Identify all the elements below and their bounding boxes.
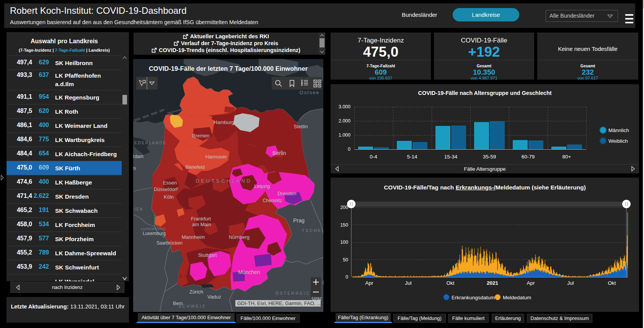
svg-text:Dresden: Dresden: [277, 191, 296, 196]
svg-text:Jul: Jul: [567, 280, 574, 286]
svg-text:Prag: Prag: [293, 217, 305, 224]
svg-text:150: 150: [340, 222, 348, 228]
svg-text:3.000: 3.000: [339, 104, 351, 109]
svg-text:GIEN: GIEN: [133, 207, 143, 211]
svg-text:TSCHEC: TSCHEC: [302, 228, 323, 233]
svg-text:Berlin: Berlin: [272, 150, 286, 156]
svg-text:Stettin: Stettin: [294, 124, 308, 129]
svg-text:Okt: Okt: [608, 280, 616, 286]
svg-text:Männlich: Männlich: [608, 127, 629, 133]
svg-text:Frankfurt: Frankfurt: [191, 216, 211, 222]
svg-text:5-14: 5-14: [407, 154, 417, 160]
svg-text:Apr: Apr: [365, 280, 373, 286]
svg-text:Bielefeld: Bielefeld: [186, 164, 205, 170]
svg-text:Okt: Okt: [446, 280, 454, 286]
svg-text:80+: 80+: [562, 154, 571, 160]
svg-text:Hannover: Hannover: [205, 154, 227, 160]
svg-text:erdam: erdam: [133, 154, 143, 159]
svg-text:Apr: Apr: [527, 280, 535, 286]
svg-text:Ostsee: Ostsee: [299, 90, 320, 95]
svg-text:100: 100: [340, 240, 348, 245]
svg-text:Zürich: Zürich: [189, 289, 203, 295]
svg-text:15-34: 15-34: [444, 154, 458, 160]
svg-text:ÖSTERREIC: ÖSTERREIC: [275, 291, 310, 295]
svg-text:50: 50: [343, 257, 348, 263]
svg-text:2.000: 2.000: [339, 118, 351, 124]
svg-text:Köln: Köln: [164, 194, 174, 200]
svg-text:1.000: 1.000: [339, 132, 351, 138]
svg-text:Stuttgart: Stuttgart: [198, 252, 217, 258]
svg-text:Jul: Jul: [405, 280, 411, 286]
svg-text:35-59: 35-59: [483, 154, 496, 160]
svg-text:GDI-TH, Esri, HERE, Garmin, FA: GDI-TH, Esri, HERE, Garmin, FAO, ...: [237, 300, 321, 306]
svg-text:Saarbrücken: Saarbrücken: [157, 240, 183, 246]
svg-text:m: m: [133, 166, 136, 171]
svg-text:Nürnberg: Nürnberg: [229, 234, 249, 240]
svg-text:60-79: 60-79: [522, 154, 535, 160]
svg-text:Hamburg: Hamburg: [214, 119, 234, 125]
svg-text:Essen: Essen: [163, 180, 177, 186]
svg-text:LUXEMBURG: LUXEMBURG: [141, 227, 166, 231]
svg-text:München: München: [238, 269, 260, 275]
svg-text:2021: 2021: [487, 280, 499, 286]
svg-text:Düsseldorf: Düsseldorf: [154, 186, 178, 192]
svg-text:Weiblich: Weiblich: [608, 138, 628, 144]
svg-text:0: 0: [348, 147, 351, 152]
svg-text:Leipzig: Leipzig: [254, 183, 270, 189]
svg-text:E D E R L A N D E: E D E R L A N D E: [134, 141, 166, 145]
svg-text:DEUTSCHLAND: DEUTSCHLAND: [196, 178, 252, 184]
svg-text:am Main: am Main: [192, 222, 211, 227]
svg-text:0-4: 0-4: [370, 154, 377, 160]
svg-text:200: 200: [340, 205, 348, 210]
svg-text:Chemnitz: Chemnitz: [263, 198, 282, 203]
svg-text:0: 0: [346, 274, 348, 280]
svg-text:Luxemburg: Luxemburg: [143, 231, 166, 236]
svg-text:Mannheim: Mannheim: [182, 234, 205, 240]
svg-text:Vaduz: Vaduz: [207, 294, 221, 300]
svg-text:SCHWEIZ: SCHWEIZ: [178, 304, 206, 308]
svg-text:Bremen: Bremen: [192, 133, 210, 139]
svg-text:M: M: [323, 280, 323, 286]
